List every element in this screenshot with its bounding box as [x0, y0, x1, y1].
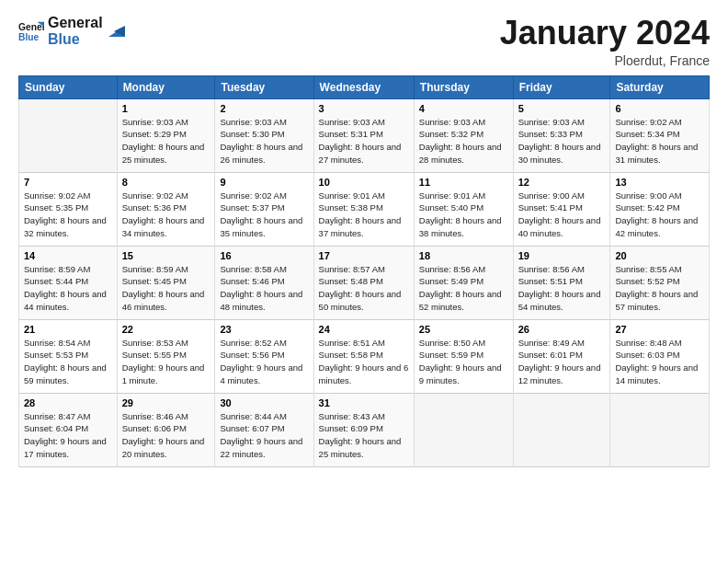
logo-arrow-icon [105, 20, 125, 40]
sunrise-text: Sunrise: 8:52 AM [220, 338, 286, 348]
day-number: 20 [615, 250, 704, 261]
day-cell-20: 19Sunrise: 8:56 AMSunset: 5:51 PMDayligh… [513, 246, 610, 319]
sunset-text: Sunset: 5:46 PM [220, 276, 284, 286]
daylight-text: Daylight: 8 hours and 30 minutes. [518, 142, 601, 165]
sunrise-text: Sunrise: 8:59 AM [24, 264, 90, 274]
sunset-text: Sunset: 5:58 PM [319, 350, 383, 360]
daylight-text: Daylight: 8 hours and 26 minutes. [220, 142, 302, 165]
day-number: 24 [319, 324, 409, 335]
sunset-text: Sunset: 5:55 PM [122, 350, 187, 360]
sunrise-text: Sunrise: 8:49 AM [518, 338, 585, 348]
sunset-text: Sunset: 6:07 PM [220, 423, 284, 433]
sunrise-text: Sunrise: 8:53 AM [122, 338, 188, 348]
day-info: Sunrise: 8:48 AMSunset: 6:03 PMDaylight:… [615, 337, 704, 387]
day-number: 5 [518, 103, 606, 114]
day-cell-5: 4Sunrise: 9:03 AMSunset: 5:32 PMDaylight… [414, 98, 513, 172]
day-number: 15 [122, 250, 210, 261]
day-number: 8 [122, 177, 210, 188]
day-info: Sunrise: 8:56 AMSunset: 5:49 PMDaylight:… [419, 263, 508, 314]
day-cell-7: 6Sunrise: 9:02 AMSunset: 5:34 PMDaylight… [610, 98, 710, 172]
daylight-text: Daylight: 8 hours and 40 minutes. [518, 215, 601, 238]
day-number: 2 [220, 103, 308, 114]
sunset-text: Sunset: 5:59 PM [419, 350, 483, 360]
day-cell-34 [513, 393, 610, 466]
sunrise-text: Sunrise: 9:02 AM [122, 190, 188, 201]
calendar-table: SundayMondayTuesdayWednesdayThursdayFrid… [18, 75, 710, 467]
sunrise-text: Sunrise: 9:03 AM [122, 117, 188, 127]
daylight-text: Daylight: 8 hours and 42 minutes. [615, 215, 698, 238]
day-cell-22: 21Sunrise: 8:54 AMSunset: 5:53 PMDayligh… [19, 319, 118, 393]
day-info: Sunrise: 9:01 AMSunset: 5:38 PMDaylight:… [319, 190, 409, 240]
day-number: 16 [220, 250, 308, 261]
sunset-text: Sunset: 5:34 PM [615, 129, 679, 139]
day-number: 12 [518, 177, 606, 188]
day-number: 31 [319, 397, 409, 408]
col-header-saturday: Saturday [610, 75, 710, 98]
day-number: 9 [220, 177, 308, 188]
daylight-text: Daylight: 8 hours and 48 minutes. [220, 289, 302, 312]
day-info: Sunrise: 8:58 AMSunset: 5:46 PMDaylight:… [220, 263, 308, 314]
daylight-text: Daylight: 8 hours and 35 minutes. [220, 215, 302, 238]
day-cell-24: 23Sunrise: 8:52 AMSunset: 5:56 PMDayligh… [215, 319, 313, 393]
day-number: 27 [615, 324, 704, 335]
sunset-text: Sunset: 5:37 PM [220, 202, 284, 213]
logo-icon: General Blue [18, 18, 44, 44]
day-cell-18: 17Sunrise: 8:57 AMSunset: 5:48 PMDayligh… [313, 246, 414, 319]
day-cell-1 [19, 98, 118, 172]
sunset-text: Sunset: 6:01 PM [518, 350, 583, 360]
sunset-text: Sunset: 5:56 PM [220, 350, 284, 360]
day-cell-35 [610, 393, 710, 466]
day-info: Sunrise: 9:03 AMSunset: 5:30 PMDaylight:… [220, 116, 308, 167]
sunrise-text: Sunrise: 9:03 AM [518, 117, 585, 127]
daylight-text: Daylight: 8 hours and 52 minutes. [419, 289, 502, 312]
sunset-text: Sunset: 5:32 PM [419, 129, 483, 139]
header: General Blue General Blue January 2024 P… [18, 15, 710, 68]
daylight-text: Daylight: 8 hours and 25 minutes. [122, 142, 205, 165]
daylight-text: Daylight: 9 hours and 14 minutes. [615, 362, 698, 385]
daylight-text: Daylight: 9 hours and 6 minutes. [319, 362, 409, 385]
sunrise-text: Sunrise: 8:44 AM [220, 411, 286, 421]
col-header-monday: Monday [117, 75, 215, 98]
sunrise-text: Sunrise: 8:51 AM [319, 338, 385, 348]
daylight-text: Daylight: 9 hours and 20 minutes. [122, 436, 205, 459]
sunrise-text: Sunrise: 8:58 AM [220, 264, 286, 274]
sunrise-text: Sunrise: 8:54 AM [24, 338, 90, 348]
day-info: Sunrise: 8:47 AMSunset: 6:04 PMDaylight:… [24, 410, 112, 461]
sunset-text: Sunset: 5:45 PM [122, 276, 187, 286]
sunrise-text: Sunrise: 9:02 AM [220, 190, 286, 201]
daylight-text: Daylight: 9 hours and 4 minutes. [220, 362, 302, 385]
sunrise-text: Sunrise: 9:03 AM [319, 117, 385, 127]
daylight-text: Daylight: 9 hours and 17 minutes. [24, 436, 107, 459]
sunrise-text: Sunrise: 9:00 AM [518, 190, 585, 201]
week-row-3: 14Sunrise: 8:59 AMSunset: 5:44 PMDayligh… [19, 246, 710, 319]
day-info: Sunrise: 9:03 AMSunset: 5:32 PMDaylight:… [419, 116, 508, 167]
sunset-text: Sunset: 5:51 PM [518, 276, 583, 286]
day-cell-8: 7Sunrise: 9:02 AMSunset: 5:35 PMDaylight… [19, 172, 118, 246]
day-info: Sunrise: 8:59 AMSunset: 5:44 PMDaylight:… [24, 263, 112, 314]
sunrise-text: Sunrise: 9:00 AM [615, 190, 681, 201]
sunset-text: Sunset: 5:53 PM [24, 350, 88, 360]
day-info: Sunrise: 8:57 AMSunset: 5:48 PMDaylight:… [319, 263, 409, 314]
day-info: Sunrise: 9:02 AMSunset: 5:35 PMDaylight:… [24, 190, 112, 240]
daylight-text: Daylight: 8 hours and 57 minutes. [615, 289, 698, 312]
day-cell-33 [414, 393, 513, 466]
day-number: 23 [220, 324, 308, 335]
sunrise-text: Sunrise: 9:01 AM [319, 190, 385, 201]
day-info: Sunrise: 8:55 AMSunset: 5:52 PMDaylight:… [615, 263, 704, 314]
daylight-text: Daylight: 8 hours and 31 minutes. [615, 142, 698, 165]
day-cell-28: 27Sunrise: 8:48 AMSunset: 6:03 PMDayligh… [610, 319, 710, 393]
day-cell-14: 13Sunrise: 9:00 AMSunset: 5:42 PMDayligh… [610, 172, 710, 246]
daylight-text: Daylight: 8 hours and 37 minutes. [319, 215, 402, 238]
day-info: Sunrise: 8:52 AMSunset: 5:56 PMDaylight:… [220, 337, 308, 387]
col-header-friday: Friday [513, 75, 610, 98]
day-number: 6 [615, 103, 704, 114]
sunset-text: Sunset: 5:44 PM [24, 276, 88, 286]
sunrise-text: Sunrise: 8:48 AM [615, 338, 681, 348]
day-number: 7 [24, 177, 112, 188]
day-number: 25 [419, 324, 508, 335]
logo-blue: Blue [48, 31, 103, 48]
day-info: Sunrise: 8:54 AMSunset: 5:53 PMDaylight:… [24, 337, 112, 387]
day-cell-16: 15Sunrise: 8:59 AMSunset: 5:45 PMDayligh… [117, 246, 215, 319]
day-number: 30 [220, 397, 308, 408]
daylight-text: Daylight: 9 hours and 1 minute. [122, 362, 205, 385]
